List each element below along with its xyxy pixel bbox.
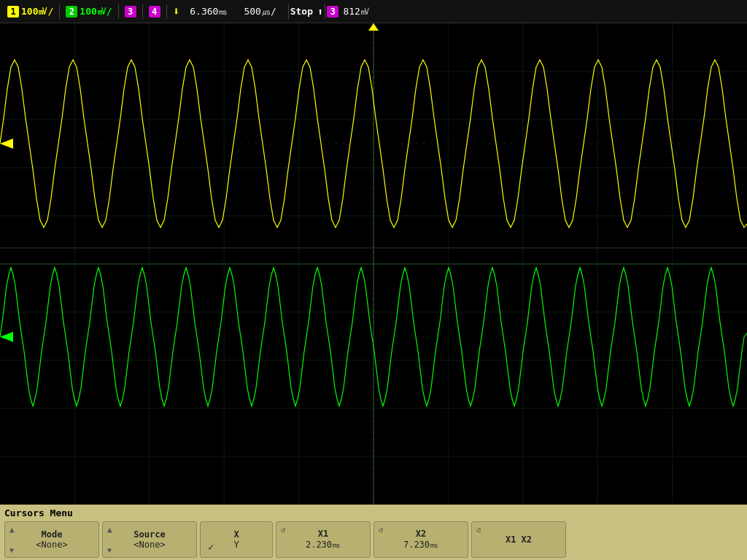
x-label: X (233, 529, 239, 540)
divider3 (142, 4, 143, 19)
trigger-section: ⬇ 6.360㎳ 500㎲/ (169, 4, 287, 18)
source-button[interactable]: ▲ Source <None> ▼ (102, 521, 197, 558)
x2-button[interactable]: ↺ X2 7.230㎳ (374, 521, 468, 558)
source-label: Source (133, 529, 165, 540)
x1x2-button[interactable]: ↺ X1 X2 (471, 521, 566, 558)
source-up-arrow: ▲ (107, 525, 112, 534)
divider5 (288, 4, 289, 19)
cursor-buttons-row: ▲ Mode <None> ▼ ▲ Source <None> ▼ ✓ X Y … (4, 521, 743, 558)
x1-reset-icon: ↺ (281, 525, 286, 534)
mode-label: Mode (42, 529, 63, 540)
mode-down-arrow: ▼ (9, 546, 14, 554)
source-down-arrow: ▼ (107, 546, 112, 554)
x2-label: X2 (416, 529, 426, 539)
trig-mode-icon: ⬆ (317, 6, 323, 18)
divider2 (118, 4, 119, 19)
ch4-number: 4 (149, 6, 160, 18)
x2-value: 7.230㎳ (403, 539, 438, 551)
ch2-value: 100㎷/ (80, 5, 112, 18)
scope-display: 1 2 (0, 23, 747, 505)
timebase-value: 500㎲/ (238, 5, 282, 18)
x1x2-reset-icon: ↺ (476, 525, 481, 534)
ch1-marker-text: 1 (2, 135, 7, 143)
ch3-number: 3 (125, 6, 136, 18)
x1-value: 2.230㎳ (306, 539, 341, 551)
ch1-number: 1 (7, 6, 19, 18)
checkmark-icon: ✓ (208, 541, 214, 553)
stop-label: Stop (290, 6, 313, 17)
top-status-bar: 1 100㎷/ 2 100㎷/ 3 4 ⬇ 6.360㎳ 500㎲/ Stop … (0, 0, 747, 23)
trigger-arrow-icon: ⬇ (173, 4, 180, 18)
x1x2-label: X1 X2 (506, 534, 532, 545)
ch2-marker-text: 2 (2, 328, 7, 336)
trigger-time: 6.360㎳ (184, 5, 233, 18)
ch3-label: 3 (120, 4, 141, 19)
ch1-label: 1 100㎷/ (3, 4, 58, 20)
divider4 (166, 4, 167, 19)
xy-button[interactable]: ✓ X Y (200, 521, 273, 558)
ch4-label: 4 (144, 4, 165, 19)
measurement-value: 812㎷ (343, 5, 369, 18)
mode-value: <None> (36, 540, 67, 550)
mode-button[interactable]: ▲ Mode <None> ▼ (4, 521, 99, 558)
cursors-menu-title: Cursors Menu (4, 508, 743, 518)
x1-button[interactable]: ↺ X1 2.230㎳ (276, 521, 371, 558)
ch3-badge: 3 (327, 6, 338, 18)
mode-up-arrow: ▲ (9, 525, 15, 534)
divider6 (325, 4, 325, 19)
ch1-value: 100㎷/ (21, 5, 53, 18)
y-label: Y (233, 540, 239, 550)
x1-label: X1 (318, 529, 328, 539)
cursors-menu-bar: Cursors Menu ▲ Mode <None> ▼ ▲ Source <N… (0, 505, 747, 560)
ch2-number: 2 (66, 6, 77, 18)
divider1 (59, 4, 60, 19)
x2-reset-icon: ↺ (379, 525, 384, 534)
source-value: <None> (133, 540, 165, 550)
ch2-label: 2 100㎷/ (61, 4, 116, 20)
